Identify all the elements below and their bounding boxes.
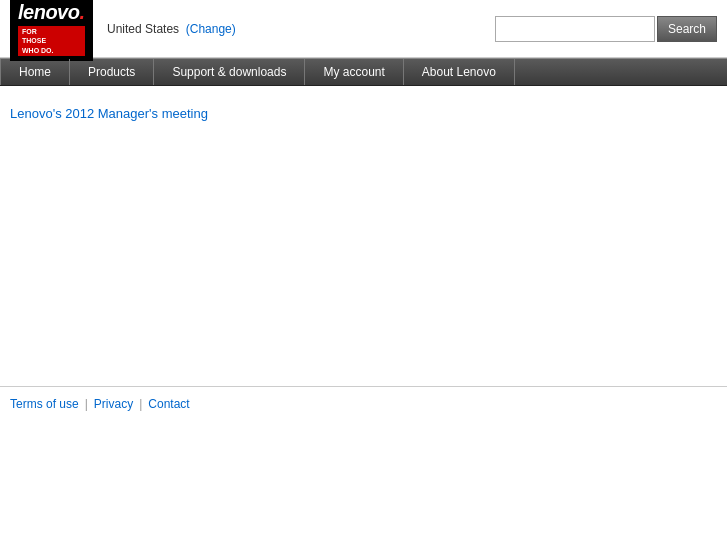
nav-item-support[interactable]: Support & downloads — [154, 59, 305, 85]
logo-image: lenovo. FOR THOSE WHO DO. — [10, 0, 93, 61]
managers-meeting-text: Lenovo's 2012 Manager's meeting — [10, 106, 208, 121]
navbar: Home Products Support & downloads My acc… — [0, 58, 727, 86]
nav-label-my-account: My account — [323, 65, 384, 79]
nav-item-home[interactable]: Home — [0, 59, 70, 85]
search-button[interactable]: Search — [657, 16, 717, 42]
privacy-label: Privacy — [94, 397, 133, 411]
terms-of-use-link[interactable]: Terms of use — [10, 397, 79, 411]
managers-meeting-link[interactable]: Lenovo's 2012 Manager's meeting — [10, 106, 208, 121]
privacy-link[interactable]: Privacy — [94, 397, 133, 411]
logo-area: lenovo. FOR THOSE WHO DO. — [10, 0, 93, 61]
change-country-link[interactable]: (Change) — [186, 22, 236, 36]
logo-lenovo-text: lenovo — [18, 1, 79, 24]
nav-item-my-account[interactable]: My account — [305, 59, 403, 85]
logo-tagline-box: FOR THOSE WHO DO. — [18, 26, 85, 55]
nav-label-home: Home — [19, 65, 51, 79]
header: lenovo. FOR THOSE WHO DO. United States … — [0, 0, 727, 58]
nav-item-about[interactable]: About Lenovo — [404, 59, 515, 85]
nav-label-about: About Lenovo — [422, 65, 496, 79]
nav-label-products: Products — [88, 65, 135, 79]
logo-period: . — [79, 1, 85, 24]
logo-tagline-line1: FOR — [22, 27, 81, 36]
logo-tagline-line3: WHO DO. — [22, 46, 81, 55]
main-content: Lenovo's 2012 Manager's meeting — [0, 86, 727, 386]
search-input[interactable] — [495, 16, 655, 42]
logo-tagline-line2: THOSE — [22, 36, 81, 45]
country-label: United States — [107, 22, 179, 36]
contact-label: Contact — [148, 397, 189, 411]
terms-label: Terms of use — [10, 397, 79, 411]
nav-item-products[interactable]: Products — [70, 59, 154, 85]
contact-link[interactable]: Contact — [148, 397, 189, 411]
footer: Terms of use | Privacy | Contact — [0, 386, 727, 421]
footer-sep-2: | — [139, 397, 142, 411]
change-label: Change — [190, 22, 232, 36]
search-area: Search — [495, 16, 717, 42]
country-area: United States (Change) — [107, 22, 236, 36]
nav-label-support: Support & downloads — [172, 65, 286, 79]
footer-sep-1: | — [85, 397, 88, 411]
